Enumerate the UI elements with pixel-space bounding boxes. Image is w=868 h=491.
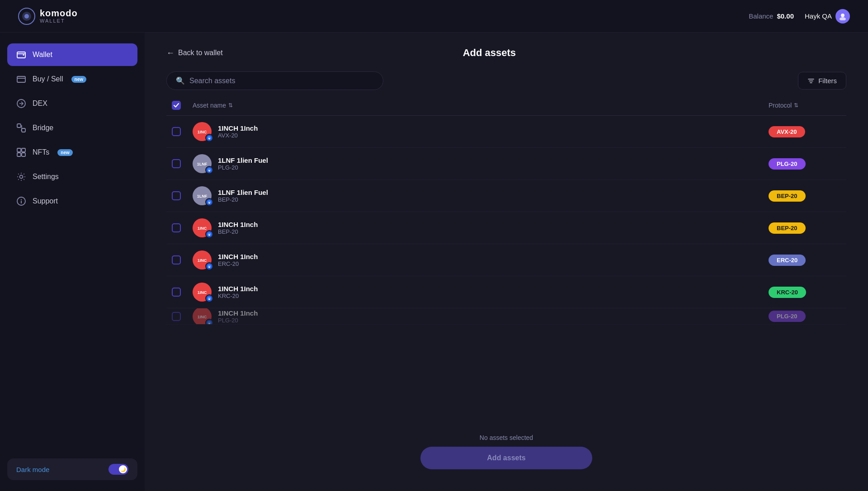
asset-names-4: 1INCH 1Inch ERC-20 [218, 253, 258, 267]
sidebar: Wallet Buy / Sell new [0, 33, 145, 491]
sidebar-item-nfts-label: NFTs [33, 148, 49, 156]
table-row[interactable]: 1LNF ◆ 1LNF 1lien Fuel BEP-20 [166, 180, 846, 212]
sort-icon-name: ⇅ [228, 102, 233, 109]
svg-text:◆: ◆ [208, 265, 210, 268]
sidebar-item-nfts[interactable]: NFTs new [7, 141, 137, 164]
search-input[interactable] [189, 77, 374, 85]
asset-icon-sub-5: ◆ [205, 294, 213, 302]
toggle-pill: 🌙 [108, 464, 128, 475]
svg-text:1INC: 1INC [198, 258, 207, 263]
sidebar-item-buy-sell[interactable]: Buy / Sell new [7, 68, 137, 90]
protocol-badge-3: BEP-20 [769, 222, 806, 234]
svg-rect-14 [22, 153, 25, 156]
protocol-badge-6: PLG-20 [769, 311, 806, 322]
svg-text:1INC: 1INC [198, 130, 207, 134]
back-to-wallet-link[interactable]: ← Back to wallet [166, 48, 223, 58]
th-asset-name[interactable]: Asset name ⇅ [193, 102, 761, 109]
asset-symbol-4: 1INCH 1Inch [218, 253, 258, 260]
protocol-badge-wrap-1: PLG-20 [769, 158, 841, 170]
logo-area: komodo WALLET [18, 8, 78, 25]
asset-symbol-6: 1INCH 1Inch [218, 309, 258, 317]
svg-point-15 [20, 175, 23, 179]
sidebar-badge-new-buy: new [71, 76, 86, 83]
protocol-badge-wrap-4: ERC-20 [769, 255, 841, 266]
sidebar-item-dex[interactable]: DEX [7, 92, 137, 115]
table-row[interactable]: 1INC ◆ 1INCH 1Inch AVX-20 AVX- [166, 116, 846, 148]
asset-symbol-3: 1INCH 1Inch [218, 221, 258, 228]
asset-sub-3: BEP-20 [218, 228, 258, 235]
search-icon: 🔍 [176, 76, 185, 85]
protocol-badge-2: BEP-20 [769, 190, 806, 202]
row-checkbox-6[interactable] [172, 312, 181, 321]
komodo-logo-icon [18, 8, 35, 25]
bridge-icon [16, 123, 26, 133]
dark-mode-label: Dark mode [16, 466, 49, 473]
filters-label: Filters [818, 77, 837, 85]
page-title: Add assets [463, 47, 516, 59]
asset-names-1: 1LNF 1lien Fuel PLG-20 [218, 156, 268, 171]
asset-icon-sub-3: ◆ [205, 230, 213, 238]
add-assets-button[interactable]: Add assets [420, 447, 592, 469]
svg-rect-9 [17, 124, 21, 127]
svg-rect-10 [22, 128, 25, 132]
logo-text: komodo WALLET [40, 8, 78, 24]
row-checkbox-wrap [172, 159, 185, 168]
asset-sub-6: PLG-20 [218, 317, 258, 324]
row-checkbox-1[interactable] [172, 159, 181, 168]
add-assets-footer: No assets selected Add assets [420, 434, 592, 469]
user-area[interactable]: Hayk QA [805, 9, 850, 24]
sidebar-item-bridge[interactable]: Bridge [7, 117, 137, 139]
logo-name: komodo [40, 8, 78, 18]
svg-text:1INC: 1INC [198, 226, 207, 231]
asset-symbol-5: 1INCH 1Inch [218, 285, 258, 293]
sidebar-item-support[interactable]: Support [7, 190, 137, 212]
select-all-checkbox[interactable] [172, 101, 181, 110]
table-row[interactable]: 1INC ◆ 1INCH 1Inch PLG-20 PLG- [166, 308, 846, 325]
asset-names-3: 1INCH 1Inch BEP-20 [218, 221, 258, 235]
svg-rect-12 [22, 148, 25, 152]
svg-text:1INC: 1INC [198, 315, 207, 319]
protocol-badge-wrap-6: PLG-20 [769, 311, 841, 322]
svg-text:◆: ◆ [208, 201, 210, 204]
row-checkbox-5[interactable] [172, 288, 181, 297]
svg-point-2 [24, 14, 29, 19]
th-protocol-label: Protocol [769, 102, 792, 109]
filters-button[interactable]: Filters [798, 72, 846, 90]
asset-icon-sub-6: ◆ [205, 319, 213, 325]
table-row[interactable]: 1INC ◆ 1INCH 1Inch BEP-20 BEP- [166, 212, 846, 244]
back-arrow-icon: ← [166, 48, 175, 58]
dark-mode-toggle[interactable]: Dark mode 🌙 [7, 458, 137, 480]
row-checkbox-wrap [172, 191, 185, 200]
th-checkbox[interactable] [172, 101, 185, 110]
row-checkbox-4[interactable] [172, 255, 181, 264]
row-checkbox-0[interactable] [172, 127, 181, 136]
row-checkbox-3[interactable] [172, 223, 181, 232]
avatar [835, 9, 850, 24]
row-checkbox-wrap [172, 312, 185, 321]
table-row[interactable]: 1INC ◆ 1INCH 1Inch ERC-20 ERC- [166, 244, 846, 276]
sidebar-badge-new-nfts: new [57, 149, 72, 156]
sidebar-item-wallet[interactable]: Wallet [7, 43, 137, 66]
wallet-icon [16, 50, 26, 60]
protocol-badge-1: PLG-20 [769, 158, 806, 170]
row-checkbox-2[interactable] [172, 191, 181, 200]
back-label: Back to wallet [178, 49, 223, 57]
table-row[interactable]: 1LNF ◆ 1LNF 1lien Fuel PLG-20 [166, 148, 846, 180]
table-row[interactable]: 1INC ◆ 1INCH 1Inch KRC-20 KRC- [166, 276, 846, 308]
asset-sub-4: ERC-20 [218, 260, 258, 267]
sidebar-item-settings[interactable]: Settings [7, 165, 137, 188]
svg-text:◆: ◆ [208, 137, 210, 140]
table-header-row: Asset name ⇅ Protocol ⇅ [166, 101, 846, 116]
card-icon [16, 74, 26, 84]
search-box[interactable]: 🔍 [166, 71, 383, 90]
logo-sub: WALLET [40, 18, 78, 24]
app-layout: komodo WALLET Balance $0.00 Hayk QA [0, 0, 868, 491]
table-scroll[interactable]: 1INC ◆ 1INCH 1Inch AVX-20 AVX- [166, 116, 846, 325]
row-checkbox-wrap [172, 288, 185, 297]
sidebar-item-support-label: Support [33, 197, 58, 205]
asset-icon-wrap-6: 1INC ◆ [193, 308, 212, 325]
th-protocol[interactable]: Protocol ⇅ [769, 102, 841, 109]
row-checkbox-wrap [172, 255, 185, 264]
svg-point-3 [841, 14, 844, 17]
asset-info-3: 1INC ◆ 1INCH 1Inch BEP-20 [193, 218, 761, 237]
